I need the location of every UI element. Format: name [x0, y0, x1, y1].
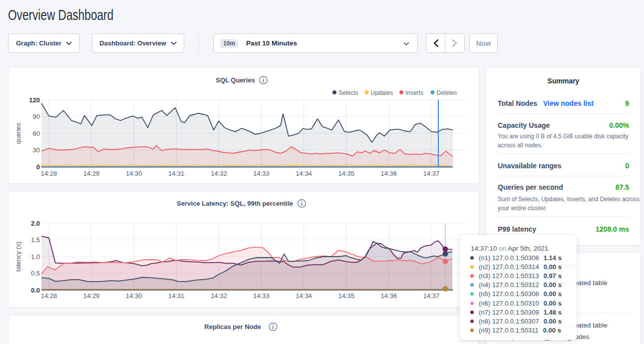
svg-text:0.0: 0.0 [31, 287, 40, 294]
svg-text:Selects: Selects [338, 89, 358, 96]
svg-text:14:33: 14:33 [253, 292, 270, 300]
svg-text:latency (s): latency (s) [14, 242, 22, 272]
svg-text:14:35: 14:35 [338, 170, 354, 177]
svg-text:14:31: 14:31 [168, 170, 185, 177]
svg-text:14:34: 14:34 [296, 170, 312, 177]
svg-text:Replicas per Node: Replicas per Node [204, 323, 261, 331]
svg-text:14:29: 14:29 [83, 292, 100, 300]
svg-text:14:29: 14:29 [83, 170, 100, 177]
svg-text:14:37: 14:37 [423, 292, 440, 300]
svg-text:60: 60 [33, 130, 40, 137]
svg-text:14:36: 14:36 [381, 292, 397, 300]
svg-text:14:32: 14:32 [211, 170, 227, 177]
svg-text:2.0: 2.0 [31, 220, 40, 227]
svg-text:14:36: 14:36 [381, 170, 397, 177]
svg-text:Updates: Updates [371, 89, 393, 96]
svg-text:14:34: 14:34 [296, 292, 312, 300]
svg-text:0.5: 0.5 [31, 270, 40, 277]
svg-text:90: 90 [33, 113, 40, 120]
svg-text:14:31: 14:31 [168, 292, 185, 300]
svg-text:14:28: 14:28 [41, 292, 57, 300]
svg-text:120: 120 [29, 96, 40, 104]
svg-text:14:32: 14:32 [211, 292, 227, 300]
svg-text:14:33: 14:33 [253, 170, 270, 177]
svg-text:14:30: 14:30 [126, 292, 142, 300]
svg-text:Service Latency: SQL, 99th per: Service Latency: SQL, 99th percentile [177, 200, 293, 207]
svg-text:Deletes: Deletes [437, 89, 457, 96]
svg-text:Inserts: Inserts [405, 89, 423, 96]
svg-text:14:30: 14:30 [126, 170, 142, 177]
svg-text:SQL Queries: SQL Queries [216, 76, 255, 84]
svg-text:1.5: 1.5 [31, 236, 40, 244]
svg-text:14:35: 14:35 [338, 292, 354, 300]
svg-text:queries: queries [14, 122, 22, 144]
svg-text:30: 30 [33, 146, 40, 154]
svg-text:14:28: 14:28 [41, 170, 57, 177]
svg-text:1.0: 1.0 [31, 253, 40, 261]
svg-text:14:37: 14:37 [423, 170, 440, 177]
svg-text:0: 0 [36, 163, 40, 171]
